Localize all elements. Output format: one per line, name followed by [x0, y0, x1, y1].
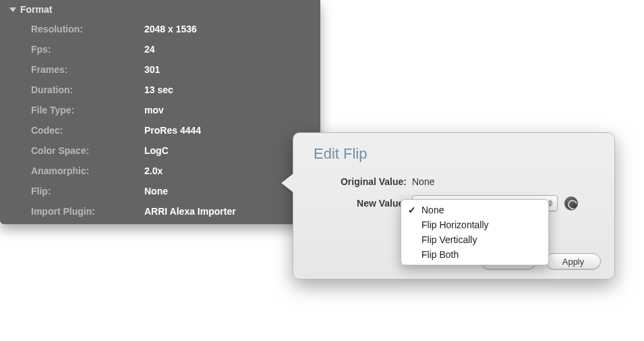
- original-value: None: [412, 176, 434, 187]
- apply-label: Apply: [562, 257, 585, 267]
- format-panel: Format Resolution: 2048 x 1536 Fps: 24 F…: [0, 0, 320, 224]
- option-flip-both[interactable]: Flip Both: [401, 247, 548, 262]
- row-filetype: File Type: mov: [0, 100, 320, 120]
- row-fps: Fps: 24: [0, 39, 320, 59]
- row-resolution: Resolution: 2048 x 1536: [0, 19, 320, 39]
- row-flip[interactable]: Flip: None: [0, 181, 320, 201]
- option-flip-vertically[interactable]: Flip Vertically: [401, 232, 548, 247]
- value-colorspace: LogC: [144, 145, 169, 157]
- label-codec: Codec:: [31, 124, 144, 136]
- reset-button[interactable]: [564, 196, 578, 210]
- value-duration: 13 sec: [144, 84, 173, 96]
- option-flip-vertically-label: Flip Vertically: [421, 234, 540, 245]
- apply-button[interactable]: Apply: [546, 253, 601, 269]
- row-anamorphic: Anamorphic: 2.0x: [0, 161, 320, 181]
- option-none-label: None: [421, 205, 540, 215]
- checkmark-icon: ✓: [408, 205, 417, 215]
- dialog-title: Edit Flip: [310, 145, 598, 163]
- panel-header[interactable]: Format: [0, 3, 320, 19]
- value-filetype: mov: [144, 104, 164, 116]
- label-import-plugin: Import Plugin:: [31, 205, 144, 217]
- label-resolution: Resolution:: [31, 23, 144, 35]
- value-flip: None: [144, 185, 168, 197]
- original-value-label: Original Value:: [310, 176, 412, 187]
- original-value-row: Original Value: None: [310, 176, 598, 187]
- label-frames: Frames:: [31, 63, 144, 76]
- label-fps: Fps:: [31, 43, 144, 55]
- row-colorspace: Color Space: LogC: [0, 140, 320, 161]
- label-colorspace: Color Space:: [31, 145, 144, 157]
- option-none[interactable]: ✓ None: [401, 203, 548, 217]
- option-flip-horizontally[interactable]: Flip Horizontally: [401, 217, 548, 232]
- label-filetype: File Type:: [31, 104, 144, 116]
- option-flip-both-label: Flip Both: [421, 249, 540, 260]
- value-import-plugin: ARRI Alexa Importer: [144, 205, 236, 217]
- value-codec: ProRes 4444: [144, 124, 201, 136]
- value-anamorphic: 2.0x: [144, 165, 163, 177]
- new-value-label: New Value:: [310, 198, 412, 209]
- row-codec: Codec: ProRes 4444: [0, 120, 320, 140]
- value-frames: 301: [144, 63, 160, 76]
- callout-arrow-icon: [281, 174, 293, 192]
- panel-title: Format: [20, 4, 52, 15]
- row-frames: Frames: 301: [0, 59, 320, 80]
- flip-dropdown[interactable]: ✓ None Flip Horizontally Flip Vertically…: [401, 199, 549, 265]
- value-resolution: 2048 x 1536: [144, 23, 197, 35]
- label-flip: Flip:: [31, 185, 144, 197]
- label-anamorphic: Anamorphic:: [31, 165, 144, 177]
- row-import-plugin: Import Plugin: ARRI Alexa Importer: [0, 201, 320, 221]
- label-duration: Duration:: [31, 84, 144, 96]
- option-flip-horizontally-label: Flip Horizontally: [421, 219, 540, 230]
- value-fps: 24: [144, 43, 155, 55]
- disclosure-triangle-icon[interactable]: [9, 7, 16, 12]
- row-duration: Duration: 13 sec: [0, 80, 320, 100]
